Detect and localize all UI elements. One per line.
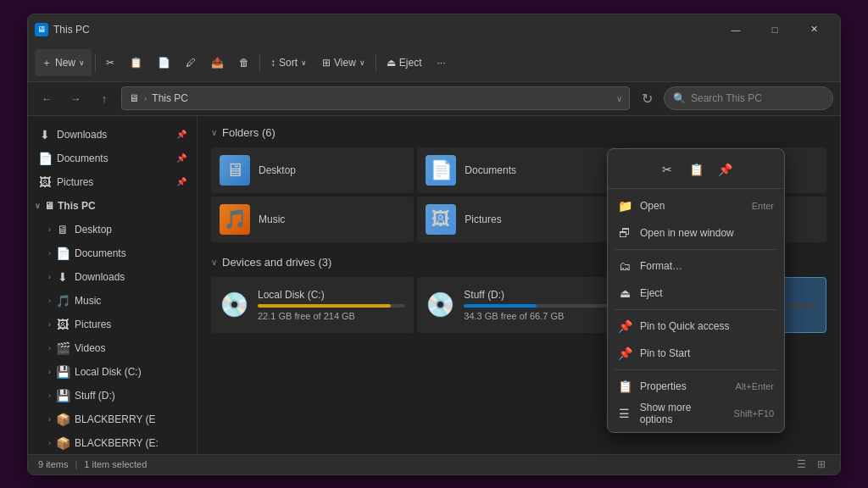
ctx-pin-start[interactable]: 📌 Pin to Start [608,340,784,367]
sidebar-item-label: Documents [57,152,108,164]
drive-d[interactable]: 💿 Stuff (D:) 34.3 GB free of 66.7 GB [417,277,620,333]
rename-icon: 🖊 [186,57,196,69]
ctx-copy-button[interactable]: 📋 [682,158,709,181]
minimize-button[interactable]: — [716,16,755,43]
sidebar: ⬇ Downloads 📌 📄 Documents 📌 🖼 Pictures 📌… [28,116,198,454]
back-button[interactable]: ← [35,86,58,110]
rename-button[interactable]: 🖊 [179,49,203,76]
sidebar-item-label: Downloads [75,271,125,283]
folder-label: Pictures [465,214,501,225]
view-button[interactable]: ⊞ View ∨ [315,49,372,76]
sidebar-item-pictures-nav[interactable]: › 🖼 Pictures [31,313,193,336]
folder-music[interactable]: 🎵 Music [211,197,414,242]
more-button[interactable]: ··· [431,49,453,76]
list-view-button[interactable]: ☰ [793,457,810,472]
ctx-eject-icon: ⏏ [618,286,632,300]
folders-expand-icon[interactable]: ∨ [211,128,217,137]
sidebar-item-label: Music [75,295,101,307]
address-box[interactable]: 🖥 › This PC ∨ [121,86,630,110]
ctx-show-more[interactable]: ☰ Show more options Shift+F10 [608,400,784,427]
address-dropdown-icon[interactable]: ∨ [616,94,622,103]
sidebar-item-downloads[interactable]: ⬇ Downloads 📌 [31,123,193,147]
sidebar-item-documents[interactable]: 📄 Documents 📌 [31,147,193,170]
new-icon: ＋ [42,56,52,70]
ctx-cut-button[interactable]: ✂ [654,158,681,181]
ctx-paste-button[interactable]: 📌 [711,158,738,181]
ctx-format[interactable]: 🗂 Format… [608,252,784,280]
ctx-properties-icon: 📋 [618,380,632,393]
eject-icon: ⏏ [387,57,396,69]
sort-button[interactable]: ↕ Sort ∨ [264,49,314,76]
ctx-properties-label: Properties [640,380,687,392]
grid-view-button[interactable]: ⊞ [813,457,830,472]
toolbar: ＋ New ∨ ✂ 📋 📄 🖊 📤 🗑 ↕ Sort ∨ ⊞ [28,45,840,82]
drive-c[interactable]: 💿 Local Disk (C:) 22.1 GB free of 214 GB [211,277,414,333]
sidebar-item-label: Local Disk (C:) [75,366,142,378]
ctx-properties[interactable]: 📋 Properties Alt+Enter [608,373,784,400]
cut-button[interactable]: ✂ [99,49,121,76]
sidebar-item-label: Pictures [75,319,111,330]
eject-button[interactable]: ⏏ Eject [380,49,429,76]
sidebar-item-blackberry1[interactable]: › 📦 BLACKBERRY (E [31,408,193,431]
ctx-open[interactable]: 📁 Open Enter [608,192,784,219]
ctx-properties-shortcut: Alt+Enter [735,381,774,391]
sidebar-item-videos[interactable]: › 🎬 Videos [31,336,193,360]
pictures-folder-icon: 🖼 [426,204,456,235]
ctx-open-icon: 📁 [618,199,632,213]
item-count: 9 items [38,459,68,469]
stuff-icon: 💾 [56,389,70,402]
folder-desktop[interactable]: 🖥 Desktop [211,147,414,193]
pictures-nav-icon: 🖼 [56,318,70,331]
paste-button[interactable]: 📄 [151,49,177,76]
delete-button[interactable]: 🗑 [232,49,256,76]
sidebar-item-label: BLACKBERRY (E [75,413,156,425]
share-icon: 📤 [211,57,224,69]
expand-arrow: › [48,273,51,281]
maximize-button[interactable]: □ [755,16,794,43]
desktop-folder-icon: 🖥 [220,155,250,186]
close-button[interactable]: ✕ [794,16,833,43]
search-box[interactable]: 🔍 Search This PC [664,86,833,110]
window-icon: 🖥 [35,23,48,36]
forward-button[interactable]: → [64,86,87,110]
refresh-button[interactable]: ↻ [635,86,659,110]
view-icon: ⊞ [322,57,331,69]
ctx-pin-quick-access[interactable]: 📌 Pin to Quick access [608,313,784,340]
folder-documents[interactable]: 📄 Documents [417,147,620,193]
folders-section-header[interactable]: ∨ Folders (6) [211,126,826,139]
sidebar-item-music[interactable]: › 🎵 Music [31,289,193,313]
folder-pictures[interactable]: 🖼 Pictures [417,197,620,242]
downloads-nav-icon: ⬇ [56,270,70,284]
sidebar-item-downloads-nav[interactable]: › ⬇ Downloads [31,265,193,289]
ctx-open-new-window[interactable]: 🗗 Open in new window [608,219,784,247]
sidebar-item-documents-nav[interactable]: › 📄 Documents [31,241,193,265]
ctx-eject[interactable]: ⏏ Eject [608,280,784,307]
drive-c-bar-bg [258,304,405,308]
share-button[interactable]: 📤 [204,49,231,76]
context-menu: ✂ 📋 📌 📁 Open Enter 🗗 Open in new window … [607,148,785,433]
sidebar-item-stuff[interactable]: › 💾 Stuff (D:) [31,384,193,408]
up-button[interactable]: ↑ [92,86,116,110]
new-button[interactable]: ＋ New ∨ [35,49,92,76]
expand-arrow: › [48,368,51,376]
folder-label: Desktop [259,164,296,176]
drive-d-bar [464,304,536,308]
copy-button[interactable]: 📋 [123,49,149,76]
folder-label: Music [259,214,285,225]
sidebar-item-local-disk[interactable]: › 💾 Local Disk (C:) [31,360,193,384]
drives-expand-icon[interactable]: ∨ [211,258,217,267]
drive-c-icon: 💿 [220,291,249,319]
sidebar-item-blackberry2[interactable]: › 📦 BLACKBERRY (E: [31,431,193,454]
pin-icon-3: 📌 [176,177,186,186]
view-chevron-icon: ∨ [359,58,365,67]
sidebar-item-label: Downloads [57,129,107,141]
sidebar-item-pictures[interactable]: 🖼 Pictures 📌 [31,170,193,194]
toolbar-separator-1 [95,54,96,71]
address-path: This PC [152,92,188,104]
videos-icon: 🎬 [56,341,70,355]
sidebar-item-label: Desktop [75,224,112,236]
expand-arrow: › [48,297,51,305]
ctx-pin-start-label: Pin to Start [640,347,690,359]
sidebar-item-desktop[interactable]: › 🖥 Desktop [31,218,193,241]
this-pc-header[interactable]: ∨ 🖥 This PC [28,194,197,218]
